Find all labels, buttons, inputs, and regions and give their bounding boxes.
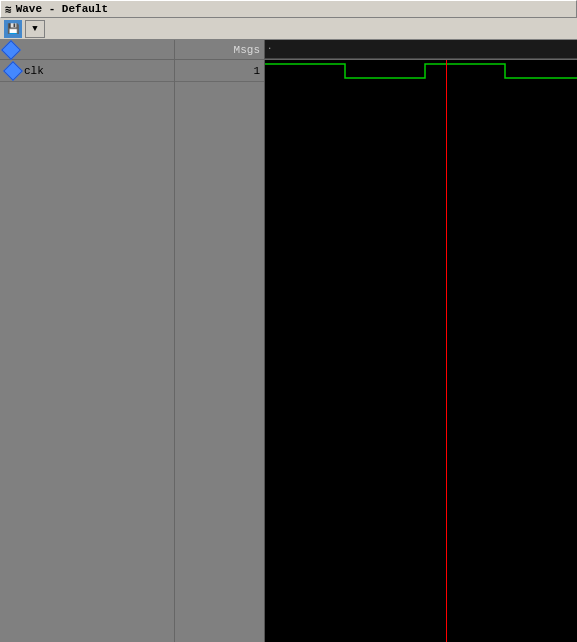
signal-icon-clk	[3, 61, 23, 81]
wave-canvas	[265, 60, 577, 642]
header-row: Msgs .	[0, 40, 577, 60]
header-tick-left: .	[267, 42, 272, 52]
toolbar-icon-group: 💾 ▼	[4, 20, 45, 38]
toolbar-dropdown[interactable]: ▼	[25, 20, 45, 38]
signal-msg-clk: 1	[175, 60, 264, 82]
window-title: Wave - Default	[16, 3, 108, 15]
title-bar: ≋ Wave - Default	[0, 0, 577, 18]
signal-row-clk: clk	[0, 60, 174, 82]
msgs-label: Msgs	[234, 44, 260, 56]
signals-waves: clk 1	[0, 60, 577, 642]
signal-name-clk: clk	[24, 65, 44, 77]
signal-list: clk	[0, 60, 175, 642]
toolbar-save-icon[interactable]: 💾	[4, 20, 22, 38]
header-msgs-column: Msgs	[175, 40, 265, 59]
toolbar: 💾 ▼	[0, 18, 577, 40]
title-bar-icon: ≋	[5, 3, 12, 16]
header-signals-icon	[1, 40, 21, 60]
header-timeline-bar: .	[265, 40, 577, 59]
header-signals-column	[0, 40, 175, 59]
clk-waveform	[265, 60, 577, 82]
header-wave-area: .	[265, 40, 577, 59]
signal-msgs-column: 1	[175, 60, 265, 642]
wave-area[interactable]	[265, 60, 577, 642]
wave-container: Msgs . clk 1	[0, 40, 577, 642]
signal-value-clk: 1	[253, 65, 260, 77]
cursor-vertical-line	[446, 60, 447, 642]
